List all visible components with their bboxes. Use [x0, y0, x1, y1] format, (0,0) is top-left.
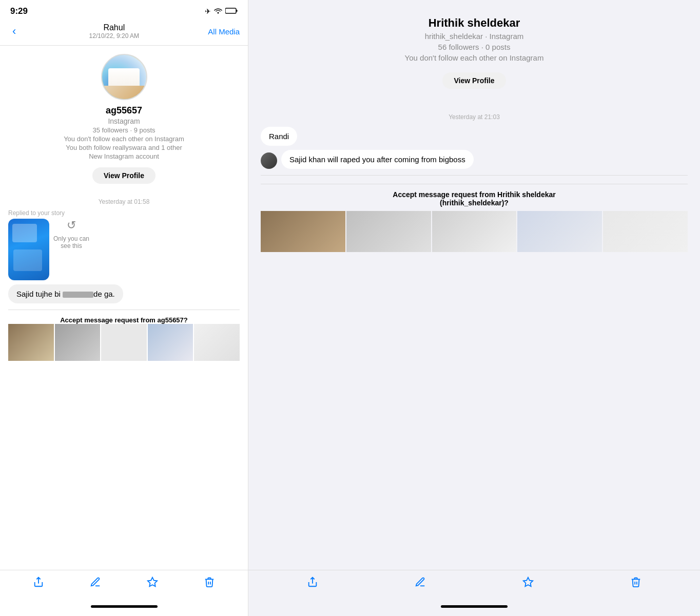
message-row-1: Randi [261, 127, 688, 146]
right-profile-mutual: You don't follow each other on Instagram [405, 53, 544, 62]
divider [8, 310, 240, 310]
right-profile-stats: 56 followers · 0 posts [438, 43, 511, 51]
profile-platform: Instagram [108, 117, 140, 125]
share-icon[interactable] [33, 576, 44, 591]
back-button[interactable]: ‹ [8, 23, 20, 40]
svg-point-0 [218, 12, 219, 14]
media-strip [8, 324, 240, 361]
draw-icon[interactable] [90, 576, 101, 591]
right-profile-handle: hrithik_sheldekar · Instagram [425, 32, 524, 41]
message-bubble-2: Sajid khan will raped you after coming f… [281, 150, 474, 169]
sender-avatar [261, 152, 277, 169]
trash-icon[interactable] [204, 576, 215, 591]
right-media-thumb-4[interactable] [517, 211, 602, 252]
profile-username: ag55657 [106, 105, 142, 116]
replay-icon: ↺ [67, 219, 76, 232]
airplane-icon: ✈ [205, 7, 211, 15]
profile-mutual2: You both follow reallyswara and 1 other [66, 144, 182, 151]
profile-mutual1: You don't follow each other on Instagram [64, 135, 184, 143]
right-media-strip [261, 211, 688, 252]
status-time: 9:29 [10, 6, 28, 16]
profile-stats: 35 followers · 9 posts [92, 126, 155, 134]
right-bottom-toolbar [248, 570, 700, 599]
status-bar: 9:29 ✈ [0, 0, 248, 18]
media-thumb-4[interactable] [148, 324, 193, 361]
battery-icon [225, 7, 238, 15]
svg-marker-6 [523, 578, 533, 586]
right-draw-icon[interactable] [415, 576, 426, 591]
accept-request-label: Accept message request from ag55657? [8, 316, 240, 324]
message-bubble-1: Sajid tujhe bi de ga. [8, 284, 123, 303]
left-panel: 9:29 ✈ ‹ Rahul 12/10/22, 9:20 AM [0, 0, 248, 616]
contact-date: 12/10/22, 9:20 AM [89, 32, 139, 40]
wifi-icon [214, 7, 222, 15]
message-bubble-randi: Randi [261, 127, 297, 146]
media-thumb-3[interactable] [101, 324, 147, 361]
right-accept-request-label: Accept message request from Hrithik shel… [261, 184, 688, 207]
media-thumb-2[interactable] [55, 324, 101, 361]
view-profile-button[interactable]: View Profile [92, 167, 155, 184]
header-center: Rahul 12/10/22, 9:20 AM [89, 23, 139, 40]
right-divider [261, 175, 688, 176]
profile-new-account: New Instagram account [89, 152, 159, 160]
right-profile-name: Hrithik sheldekar [429, 16, 520, 30]
svg-rect-2 [237, 10, 238, 12]
story-reply-label: Replied to your story [8, 209, 65, 217]
right-media-thumb-3[interactable] [432, 211, 517, 252]
bottom-toolbar [0, 570, 248, 599]
message-row-2: Sajid khan will raped you after coming f… [261, 150, 688, 169]
chat-body: ag55657 Instagram 35 followers · 9 posts… [0, 46, 248, 570]
right-timestamp-1: Yesterday at 21:03 [261, 113, 688, 121]
story-reply-container: ↺ Only you cansee this [8, 219, 89, 280]
right-profile-card: Hrithik sheldekar hrithik_sheldekar · In… [248, 0, 700, 101]
right-share-icon[interactable] [307, 576, 318, 591]
svg-marker-4 [148, 578, 157, 586]
home-indicator [91, 605, 158, 608]
all-media-button[interactable]: All Media [208, 27, 240, 36]
right-trash-icon[interactable] [630, 576, 641, 591]
right-panel: Hrithik sheldekar hrithik_sheldekar · In… [248, 0, 700, 616]
right-star-icon[interactable] [522, 576, 534, 591]
contact-name: Rahul [89, 23, 139, 32]
right-media-thumb-5[interactable] [603, 211, 688, 252]
profile-card: ag55657 Instagram 35 followers · 9 posts… [8, 54, 240, 184]
media-thumb-5[interactable] [194, 324, 240, 361]
chat-header: ‹ Rahul 12/10/22, 9:20 AM All Media [0, 18, 248, 46]
svg-rect-1 [225, 8, 236, 13]
media-thumb-1[interactable] [8, 324, 54, 361]
avatar-image [102, 55, 146, 99]
only-you-text: Only you cansee this [53, 235, 89, 249]
avatar [101, 54, 147, 100]
story-thumbnail [8, 219, 49, 280]
star-icon[interactable] [147, 576, 158, 591]
story-only-you: ↺ Only you cansee this [53, 219, 89, 249]
timestamp-1: Yesterday at 01:58 [8, 198, 240, 205]
right-chat-body: Yesterday at 21:03 Randi Sajid khan will… [248, 101, 700, 570]
status-icons: ✈ [205, 7, 238, 15]
right-media-thumb-2[interactable] [346, 211, 431, 252]
right-home-indicator [441, 605, 508, 608]
right-media-thumb-1[interactable] [261, 211, 345, 252]
right-view-profile-button[interactable]: View Profile [442, 72, 505, 89]
